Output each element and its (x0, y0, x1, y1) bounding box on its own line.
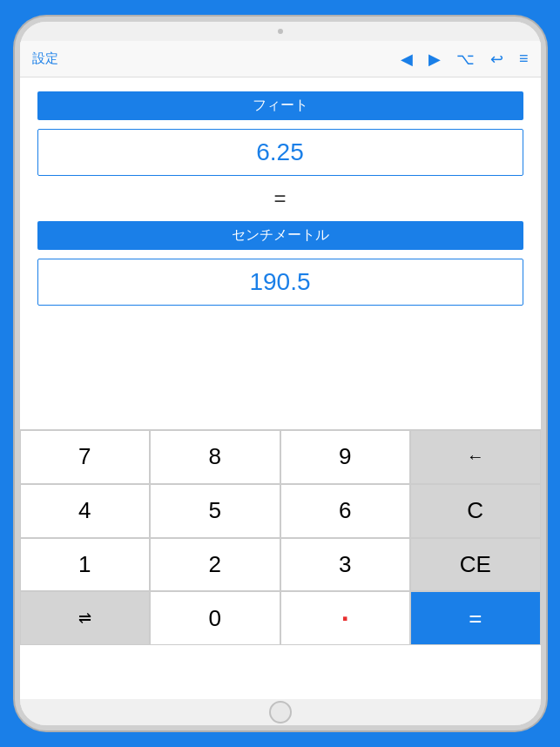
key-clear[interactable]: C (410, 484, 541, 538)
home-button[interactable] (269, 701, 292, 723)
key-4[interactable]: 4 (20, 484, 151, 538)
toolbar: 設定 ◀ ▶ ⌥ ↩ ≡ (20, 41, 541, 77)
settings-label[interactable]: 設定 (32, 50, 401, 67)
key-6[interactable]: 6 (280, 484, 411, 538)
camera-dot (278, 29, 283, 34)
device-bottom (20, 699, 541, 725)
converter-area: フィート 6.25 = センチメートル 190.5 (20, 77, 541, 429)
to-value-box[interactable]: 190.5 (37, 259, 523, 306)
toolbar-icons: ◀ ▶ ⌥ ↩ ≡ (401, 50, 529, 69)
key-clear-entry[interactable]: CE (410, 538, 541, 592)
undo-icon[interactable]: ↩ (490, 50, 503, 69)
device-top (20, 22, 541, 41)
key-2[interactable]: 2 (150, 538, 280, 592)
key-decimal[interactable]: · (280, 591, 411, 645)
equals-sign: = (37, 185, 523, 212)
key-swap[interactable]: ⇌ (20, 591, 151, 645)
key-1[interactable]: 1 (20, 538, 151, 592)
key-3[interactable]: 3 (280, 538, 411, 592)
key-backspace[interactable]: ← (410, 430, 541, 484)
menu-icon[interactable]: ≡ (519, 50, 529, 68)
keypad: 7 8 9 ← 4 5 6 C 1 2 3 CE ⇌ 0 · = (20, 429, 541, 699)
key-9[interactable]: 9 (280, 430, 411, 484)
key-equals[interactable]: = (410, 591, 541, 645)
to-unit-label: センチメートル (37, 221, 523, 250)
key-0[interactable]: 0 (150, 591, 280, 645)
key-8[interactable]: 8 (150, 430, 280, 484)
forward-icon[interactable]: ▶ (428, 50, 441, 69)
from-value-box[interactable]: 6.25 (37, 129, 523, 176)
option-icon[interactable]: ⌥ (456, 50, 475, 69)
key-7[interactable]: 7 (20, 430, 151, 484)
device: 設定 ◀ ▶ ⌥ ↩ ≡ フィート 6.25 = センチメートル 190.5 7… (15, 17, 546, 730)
key-5[interactable]: 5 (150, 484, 280, 538)
from-unit-label: フィート (37, 91, 523, 120)
screen: 設定 ◀ ▶ ⌥ ↩ ≡ フィート 6.25 = センチメートル 190.5 7… (20, 41, 541, 699)
back-icon[interactable]: ◀ (401, 50, 413, 69)
